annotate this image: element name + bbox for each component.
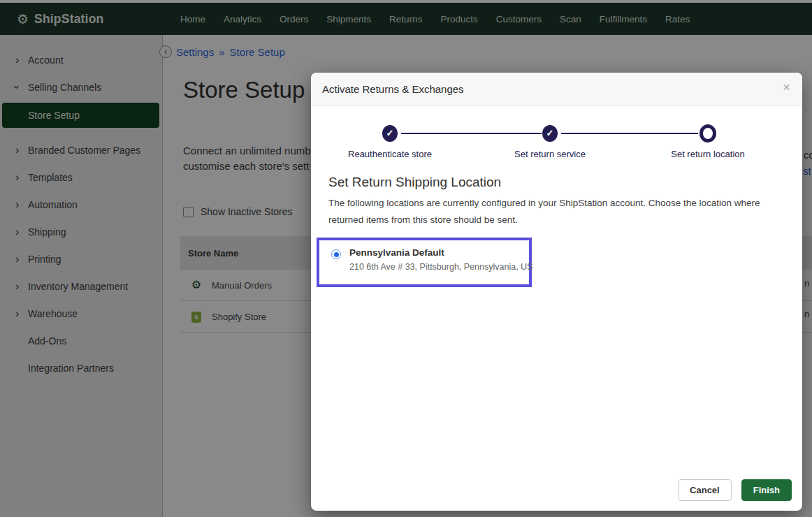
radio-selected-icon[interactable] [331, 249, 341, 259]
modal-description-line-1: The following locations are currently co… [328, 198, 760, 208]
stepper-connector-1 [401, 133, 542, 134]
location-name: Pennsylvania Default [349, 247, 444, 258]
cancel-button[interactable]: Cancel [678, 479, 732, 501]
modal-footer: Cancel Finish [678, 479, 792, 501]
step-label-set-return-location: Set return location [645, 149, 771, 159]
modal-title: Activate Returns & Exchanges [322, 83, 464, 95]
stepper-connector-2 [561, 133, 698, 134]
step-label-set-return-service: Set return service [487, 149, 613, 159]
finish-button[interactable]: Finish [741, 479, 792, 501]
modal-header: Activate Returns & Exchanges [311, 73, 802, 105]
radio-dot [334, 252, 339, 257]
location-option-pennsylvania-default[interactable]: Pennsylvania Default 210 6th Ave # 33, P… [317, 238, 532, 287]
step-label-reauthenticate-store: Reauthenticate store [327, 149, 453, 159]
location-address: 210 6th Ave # 33, Pittsburgh, Pennsylvan… [349, 262, 532, 272]
app-window: ⚙ ShipStation Home Analytics Orders Ship… [0, 0, 812, 517]
modal-section-heading: Set Return Shipping Location [328, 175, 501, 190]
step-current-icon [699, 124, 716, 143]
close-icon[interactable]: × [783, 80, 790, 94]
step-done-icon: ✓ [542, 125, 558, 142]
activate-returns-modal: Activate Returns & Exchanges × ✓ ✓ Reaut… [311, 73, 802, 511]
step-done-icon: ✓ [382, 125, 398, 142]
modal-description-line-2: returned items from this store should be… [328, 214, 518, 225]
